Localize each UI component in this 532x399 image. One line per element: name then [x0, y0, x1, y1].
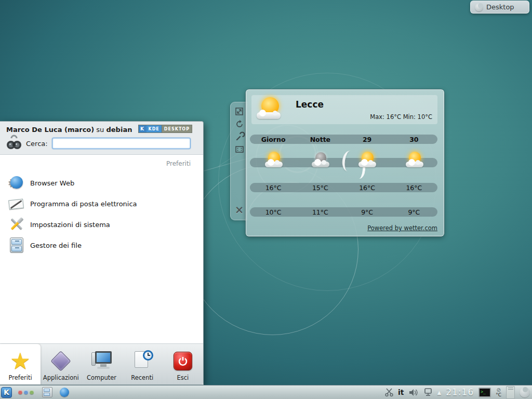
file-manager-launcher-icon[interactable]	[42, 387, 52, 397]
close-icon[interactable]: ×	[235, 205, 244, 216]
menu-item-email[interactable]: Programma di posta elettronica	[0, 193, 203, 214]
weather-icon-row	[250, 158, 437, 167]
day-temp: 16°C	[344, 184, 391, 192]
tab-computer[interactable]: Computer	[81, 344, 122, 384]
terminal-tray-icon[interactable]: >_	[478, 388, 491, 397]
klipper-scissors-icon[interactable]	[385, 388, 393, 396]
night-temp: 11°C	[297, 208, 343, 216]
sun-cloud-icon	[356, 152, 379, 169]
tab-esci[interactable]: Esci	[163, 344, 203, 384]
menu-item-browser-web[interactable]: ⚙ Browser Web	[0, 172, 203, 193]
cashew-icon	[475, 3, 483, 11]
kde-desktop-badge: K KDE DESKTOP	[138, 125, 193, 133]
network-icon[interactable]	[423, 388, 433, 396]
panel-mini-widget[interactable]	[506, 386, 515, 399]
file-cabinet-icon	[8, 237, 25, 254]
day-temp: 15°C	[297, 184, 343, 192]
night-temp: 9°C	[391, 208, 437, 216]
menu-item-system-settings[interactable]: Impostazioni di sistema	[0, 214, 203, 235]
user-connector: su	[94, 126, 106, 134]
tab-preferiti[interactable]: ★ Preferiti	[0, 344, 41, 384]
weather-tray-icon[interactable]: ⊘°C	[496, 388, 501, 397]
digital-clock[interactable]: 21:16	[446, 387, 474, 397]
search-binoculars-icon	[6, 137, 22, 150]
sun-cloud-icon	[263, 152, 286, 169]
weather-day-temps: 16°C 15°C 16°C 16°C	[250, 183, 437, 192]
sun-cloud-icon	[404, 152, 427, 169]
keyboard-layout-indicator[interactable]: it	[398, 388, 404, 396]
star-icon: ★	[9, 350, 31, 372]
pager-dots-icon[interactable]	[18, 390, 34, 394]
search-label: Cerca:	[26, 140, 48, 148]
mail-icon	[8, 195, 25, 212]
tab-applicazioni[interactable]: Applicazioni	[41, 344, 81, 384]
column-header: Giorno	[250, 136, 297, 143]
weather-header: Lecce Max: 16°C Min: 10°C	[251, 95, 437, 124]
section-header: Preferiti	[0, 158, 203, 172]
user-name: Marco De Luca (marco)	[6, 126, 94, 134]
column-header: Notte	[297, 136, 343, 143]
maximize-icon[interactable]	[235, 146, 244, 153]
kickoff-user-line: Marco De Luca (marco) su debian K KDE DE…	[0, 122, 203, 135]
systray-expander-icon[interactable]: ▲	[437, 390, 442, 395]
weather-current-icon	[256, 96, 285, 122]
tab-recenti[interactable]: Recenti	[122, 344, 163, 384]
volume-icon[interactable]	[409, 389, 419, 396]
rotate-icon[interactable]	[235, 120, 244, 128]
tools-icon	[8, 216, 25, 233]
configure-wrench-icon[interactable]	[235, 133, 244, 141]
weather-night-temps: 10°C 11°C 9°C 9°C	[250, 207, 437, 217]
weather-column-headers: Giorno Notte 29 30	[250, 135, 437, 144]
wetter-credit-link[interactable]: Powered by wetter.com	[367, 224, 437, 232]
night-temp: 9°C	[344, 208, 391, 216]
weather-city: Lecce	[296, 99, 324, 110]
resize-icon[interactable]	[235, 108, 243, 115]
recent-documents-icon	[131, 350, 153, 372]
browser-launcher-icon[interactable]	[60, 388, 69, 397]
applications-diamond-icon	[50, 350, 72, 372]
computer-icon	[91, 350, 113, 372]
power-icon	[172, 350, 194, 372]
weather-max-min: Max: 16°C Min: 10°C	[370, 113, 432, 121]
kde-menu-button[interactable]: K	[1, 387, 12, 398]
menu-item-file-manager[interactable]: Gestore dei file	[0, 235, 203, 256]
panel-cashew-icon[interactable]	[520, 387, 530, 397]
search-input[interactable]	[52, 138, 191, 149]
day-temp: 16°C	[391, 184, 437, 192]
column-header: 30	[391, 136, 437, 143]
desktop-toolbox[interactable]: Desktop	[470, 1, 529, 14]
kde-logo-icon: K	[139, 125, 147, 132]
moon-cloud-icon	[310, 152, 332, 169]
desktop-toolbox-label: Desktop	[486, 3, 514, 11]
bottom-panel: K it ▲ 21:16 >_ ⊘°C	[0, 385, 532, 399]
web-browser-icon: ⚙	[8, 175, 25, 191]
kickoff-content: Preferiti ⚙ Browser Web Programma di pos…	[0, 154, 203, 344]
widget-handle[interactable]: ×	[230, 102, 248, 220]
night-temp: 10°C	[250, 208, 297, 216]
day-temp: 16°C	[250, 184, 297, 192]
kickoff-menu: Marco De Luca (marco) su debian K KDE DE…	[0, 121, 204, 385]
weather-widget: Lecce Max: 16°C Min: 10°C Giorno Notte 2…	[246, 89, 444, 236]
column-header: 29	[344, 136, 391, 143]
host-name: debian	[107, 126, 132, 134]
kickoff-tab-bar: ★ Preferiti Applicazioni Computer Recent…	[0, 344, 203, 384]
